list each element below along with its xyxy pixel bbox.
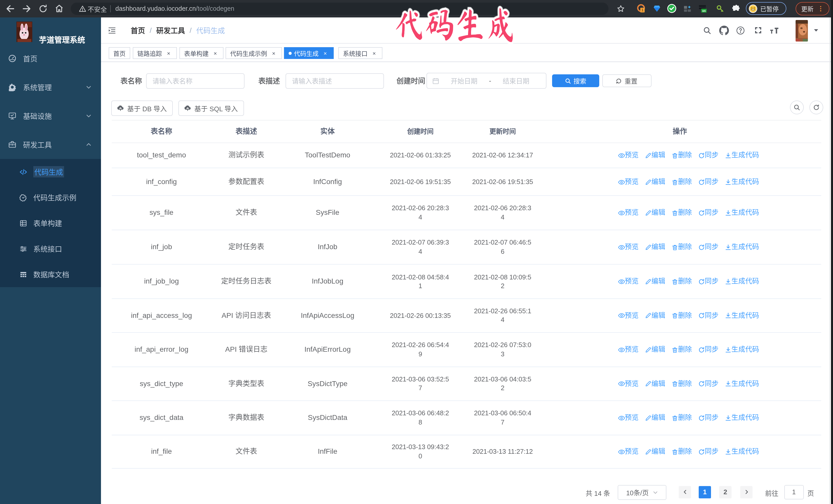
svg-text:on: on	[702, 9, 706, 12]
svg-text:1: 1	[641, 8, 643, 12]
